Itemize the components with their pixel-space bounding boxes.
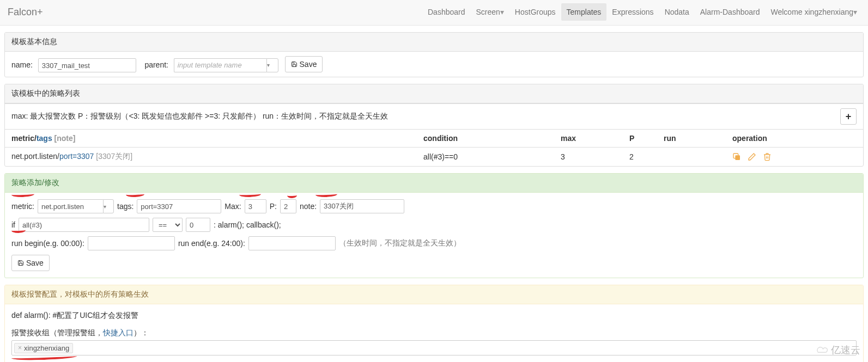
top-nav: Falcon+ Dashboard Screen▾ HostGroups Tem… (0, 0, 868, 26)
panel-heading: 策略添加/修改 (5, 174, 863, 193)
watermark: 亿速云 (814, 343, 860, 357)
name-label: name: (11, 60, 33, 69)
parent-label: parent: (144, 60, 168, 69)
nav-expressions[interactable]: Expressions (606, 3, 659, 21)
recv-token[interactable]: ×xingzhenxiang (14, 343, 73, 353)
recv-shortcut-link[interactable]: 快捷入口 (103, 328, 133, 337)
run-note: （生效时间，不指定就是全天生效） (339, 238, 461, 248)
parent-input[interactable] (174, 58, 266, 72)
table-row: net.port.listen/port=3307 [3307关闭] all(#… (5, 148, 863, 167)
runend-label: run end(e.g. 24:00): (178, 239, 245, 248)
save-button[interactable]: Save (285, 56, 323, 72)
p-input[interactable] (280, 199, 296, 213)
save-icon (17, 260, 24, 266)
save-icon (291, 61, 298, 68)
nav-alarm-dashboard[interactable]: Alarm-Dashboard (695, 3, 766, 21)
strategy-legend-row: max: 最大报警次数 P：报警级别（<3: 既发短信也发邮件 >=3: 只发邮… (5, 103, 863, 129)
strategy-legend: max: 最大报警次数 P：报警级别（<3: 既发短信也发邮件 >=3: 只发邮… (11, 112, 388, 121)
max-input[interactable] (245, 199, 266, 213)
panel-strategy-list: 该模板中的策略列表 max: 最大报警次数 P：报警级别（<3: 既发短信也发邮… (4, 84, 864, 167)
p-label: P: (270, 202, 277, 211)
tags-input[interactable] (137, 199, 221, 213)
panel-heading: 该模板中的策略列表 (5, 84, 863, 103)
max-label: Max: (224, 202, 241, 211)
nav-welcome[interactable]: Welcome xingzhenxiang▾ (766, 3, 863, 21)
note-input[interactable] (320, 199, 404, 213)
save-strategy-button[interactable]: Save (11, 255, 50, 271)
panel-basic-info: 模板基本信息 name: parent: ▾ Save (4, 32, 864, 77)
panel-heading: 模板报警配置，对模板中的所有策略生效 (5, 285, 863, 304)
note-label: note: (300, 202, 317, 211)
brand[interactable]: Falcon+ (5, 7, 43, 18)
op-select[interactable]: == (153, 218, 183, 232)
nav-links: Dashboard Screen▾ HostGroups Templates E… (422, 3, 863, 21)
nav-dashboard[interactable]: Dashboard (422, 3, 471, 21)
runbegin-label: run begin(e.g. 00:00): (11, 239, 84, 248)
metric-label: metric: (11, 202, 34, 211)
nav-screen[interactable]: Screen▾ (470, 3, 509, 21)
edit-icon[interactable] (748, 152, 756, 161)
panel-alarm-config: 模板报警配置，对模板中的所有策略生效 def alarm(): #配置了UIC组… (4, 285, 864, 362)
func-input[interactable] (19, 218, 149, 232)
clone-icon[interactable] (732, 152, 741, 161)
parent-dropdown-toggle[interactable]: ▾ (266, 58, 278, 72)
metric-input[interactable] (38, 199, 103, 213)
runend-input[interactable] (248, 236, 336, 250)
name-input[interactable] (38, 58, 136, 72)
caret-icon: ▾ (500, 8, 504, 16)
recv-group-input[interactable]: ×xingzhenxiang (11, 340, 857, 355)
svg-rect-0 (735, 156, 740, 161)
metric-dropdown-toggle[interactable]: ▾ (103, 199, 114, 213)
remove-token-icon[interactable]: × (18, 344, 22, 352)
panel-heading: 模板基本信息 (5, 33, 863, 52)
nav-nodata[interactable]: Nodata (659, 3, 695, 21)
rhs-input[interactable] (186, 218, 210, 232)
panel-strategy-edit: 策略添加/修改 metric: ▾ tags: Max: P: note: (4, 173, 864, 278)
add-strategy-button[interactable]: + (840, 108, 857, 125)
nav-templates[interactable]: Templates (561, 3, 607, 21)
tags-label: tags: (117, 202, 133, 211)
alarm-text: : alarm(); callback(); (214, 220, 281, 229)
nav-hostgroups[interactable]: HostGroups (509, 3, 561, 21)
delete-icon[interactable] (763, 152, 772, 161)
caret-icon: ▾ (853, 8, 857, 16)
alarm-def: def alarm(): #配置了UIC组才会发报警 (11, 311, 857, 321)
runbegin-input[interactable] (88, 236, 175, 250)
recv-label-post: ）： (133, 328, 149, 337)
strategy-table: metric/tags [note] condition max P run o… (5, 129, 863, 166)
recv-label-pre: 报警接收组（管理报警组， (11, 328, 103, 337)
